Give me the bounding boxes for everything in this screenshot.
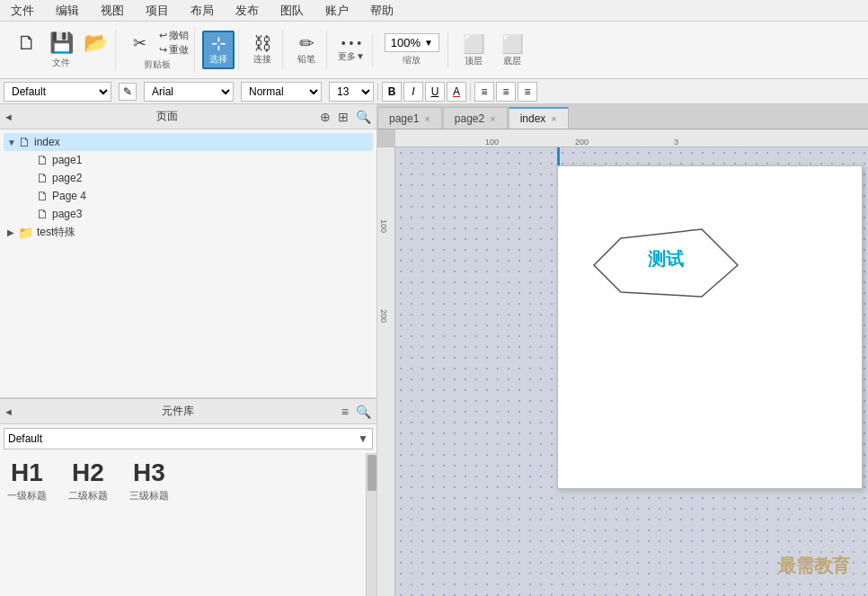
save-button[interactable]: 💾 [45,31,77,55]
new-file-icon: 🗋 [17,33,37,53]
zoom-label: 缩放 [403,54,421,67]
tab-index[interactable]: index × [509,107,569,129]
cut-button[interactable]: ✂ [123,33,155,53]
tree-item-page1[interactable]: 🗋 page1 [22,151,373,169]
save-icon: 💾 [49,33,74,53]
file-icon-page1: 🗋 [36,153,49,167]
ruler-tick-3: 3 [674,138,678,147]
tree-item-page3[interactable]: 🗋 page3 [22,205,373,223]
menu-view[interactable]: 视图 [97,1,128,21]
more-icon: • • • [341,37,361,49]
menu-layout[interactable]: 布局 [187,1,217,21]
connect-button[interactable]: ⛓ 连接 [246,32,279,67]
undo-redo-group: ↩ 撤销 ↪ 重做 [157,29,190,57]
connect-group: ⛓ 连接 [243,31,283,69]
layers-icons: ⬜ 顶层 ⬜ 底层 [456,30,531,71]
align-right-button[interactable]: ≡ [518,82,537,102]
comp-search-icon[interactable]: 🔍 [354,405,373,419]
tree-expand-index: ▼ [7,138,16,147]
back-layer-button[interactable]: ⬜ 底层 [494,30,531,71]
zoom-group: 100% ▼ 缩放 [376,31,448,68]
tab-page2-close-icon[interactable]: × [490,113,495,124]
index-label: index [34,136,60,148]
clipboard-label: 剪贴板 [144,58,171,71]
clipboard-group: ✂ ↩ 撤销 ↪ 重做 剪贴板 [120,27,195,73]
ruler-tick-v-100: 100 [379,219,388,233]
zoom-dropdown-icon: ▼ [424,38,433,48]
menu-account[interactable]: 账户 [322,1,352,21]
tree-item-index[interactable]: ▼ 🗋 index [4,133,373,151]
pages-expand-icon[interactable]: ⊞ [336,110,350,124]
tab-page1-label: page1 [389,112,419,125]
font-select[interactable]: Arial [144,82,234,102]
comp-panel-title: 元件库 [17,404,340,419]
comp-item-h1[interactable]: H1 一级标题 [7,460,47,503]
tree-item-test-folder[interactable]: ▶ 📁 test特殊 [4,223,373,242]
align-center-button[interactable]: ≡ [496,82,516,102]
comp-menu-icon[interactable]: ≡ [340,405,350,419]
tree-item-page2[interactable]: 🗋 page2 [22,169,373,187]
style-select[interactable]: Default [4,82,111,102]
tab-page1[interactable]: page1 × [377,107,442,129]
file-icon-page4: 🗋 [36,189,49,203]
ruler-tick-200: 200 [575,138,589,147]
redo-button[interactable]: ↪ 重做 [157,43,190,57]
undo-button[interactable]: ↩ 撤销 [157,29,190,42]
comp-dropdown[interactable]: Default ▼ [4,428,373,449]
pen-label: 铅笔 [297,53,315,66]
comp-items: H1 一级标题 H2 二级标题 H3 三级标题 [0,453,376,510]
new-file-button[interactable]: 🗋 [11,31,43,55]
comp-scrollbar[interactable] [366,453,376,596]
zoom-selector[interactable]: 100% ▼ [385,33,439,52]
undo-arrow-icon: ↩ [159,30,167,41]
pages-panel-title: 页面 [17,109,318,124]
separator-1 [377,83,378,101]
select-icon: ⊹ [211,34,226,52]
open-button[interactable]: 📂 [79,31,111,55]
main-area: ◄ 页面 ⊕ ⊞ 🔍 ▼ 🗋 index [0,104,868,596]
pages-search-icon[interactable]: 🔍 [354,110,373,124]
pages-add-icon[interactable]: ⊕ [318,110,332,124]
comp-item-h3[interactable]: H3 三级标题 [129,460,169,503]
h1-label: H1 [11,460,43,485]
canvas-page[interactable]: 测试 [557,165,863,489]
menu-team[interactable]: 图队 [277,1,307,21]
align-left-button[interactable]: ≡ [474,82,494,102]
comp-panel-icons: ≡ 🔍 [340,405,373,419]
content-area: page1 × page2 × index × 100 200 3 100 [377,104,868,596]
tab-page2[interactable]: page2 × [443,107,508,129]
ruler-horizontal: 100 200 3 [395,129,868,147]
underline-button[interactable]: U [425,82,445,102]
canvas-content: 测试 最需教育 [395,147,868,596]
shape-label: 测试 [648,247,684,271]
menu-edit[interactable]: 编辑 [52,1,83,21]
menu-bar: 文件 编辑 视图 项目 布局 发布 图队 账户 帮助 [0,0,868,22]
comp-collapse-icon[interactable]: ◄ [4,406,13,417]
file-icon-page3: 🗋 [36,207,49,221]
tab-index-close-icon[interactable]: × [551,113,556,124]
more-button[interactable]: • • • 更多▼ [334,35,368,65]
tab-page2-label: page2 [455,112,484,125]
comp-item-h2[interactable]: H2 二级标题 [68,460,108,503]
menu-project[interactable]: 项目 [142,1,173,21]
page3-label: page3 [52,208,82,220]
front-layer-button[interactable]: ⬜ 顶层 [456,30,492,71]
page4-label: Page 4 [52,190,86,202]
italic-button[interactable]: I [403,82,423,102]
ruler-vertical: 100 200 [377,147,395,596]
weight-select[interactable]: Normal [241,82,322,102]
bold-button[interactable]: B [382,82,402,102]
tree-item-page4[interactable]: 🗋 Page 4 [22,187,373,205]
pen-button[interactable]: ✏ 铅笔 [290,32,323,67]
tab-page1-close-icon[interactable]: × [424,113,430,124]
left-panel: ◄ 页面 ⊕ ⊞ 🔍 ▼ 🗋 index [0,104,377,596]
menu-file[interactable]: 文件 [7,1,38,21]
pages-collapse-icon[interactable]: ◄ [4,111,13,122]
select-tool-button[interactable]: ⊹ 选择 [202,31,235,69]
menu-publish[interactable]: 发布 [232,1,262,21]
size-select[interactable]: 13 [329,82,374,102]
font-color-button[interactable]: A [447,82,466,102]
style-edit-button[interactable]: ✎ [119,83,137,101]
menu-help[interactable]: 帮助 [367,1,397,21]
page-tree: ▼ 🗋 index 🗋 page1 🗋 page2 [0,129,376,397]
